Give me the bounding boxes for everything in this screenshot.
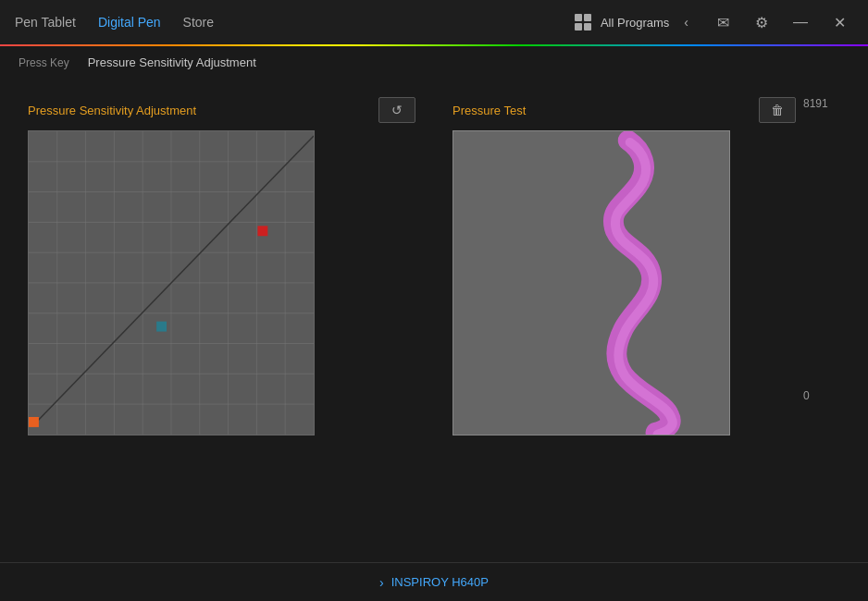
- right-panel-header: Pressure Test 🗑: [453, 97, 796, 123]
- titlebar: Pen Tablet Digital Pen Store All Program…: [0, 0, 868, 46]
- grid-icon: [575, 14, 591, 31]
- pressure-scale: 8191 0: [803, 97, 840, 402]
- settings-button[interactable]: ⚙: [748, 8, 775, 36]
- close-button[interactable]: ✕: [825, 8, 853, 36]
- footer-chevron-icon: ›: [379, 575, 384, 590]
- reset-icon: ↺: [391, 103, 403, 117]
- pressure-curve-canvas[interactable]: [28, 130, 315, 435]
- right-panel-title: Pressure Test: [453, 104, 526, 117]
- all-programs-label: All Programs: [601, 16, 669, 30]
- breadcrumb-press-key[interactable]: Press Key: [19, 56, 69, 69]
- window-controls: ✉ ⚙ — ✕: [709, 8, 853, 36]
- footer: › INSPIROY H640P: [0, 562, 868, 601]
- pressure-test-area: Pressure Test 🗑: [453, 97, 796, 435]
- control-point-teal: [156, 322, 167, 332]
- pressure-test-canvas[interactable]: [453, 130, 730, 435]
- footer-device-name[interactable]: INSPIROY H640P: [391, 575, 489, 589]
- control-point-orange: [29, 417, 39, 427]
- breadcrumb: Press Key Pressure Sensitivity Adjustmen…: [0, 46, 868, 79]
- curve-svg: [29, 131, 314, 435]
- left-panel-header: Pressure Sensitivity Adjustment ↺: [28, 97, 415, 123]
- breadcrumb-page-title: Pressure Sensitivity Adjustment: [88, 55, 256, 69]
- scale-min: 0: [803, 389, 840, 402]
- scale-max: 8191: [803, 97, 840, 110]
- reset-button[interactable]: ↺: [378, 97, 415, 123]
- nav-pen-tablet[interactable]: Pen Tablet: [15, 15, 76, 30]
- nav-store[interactable]: Store: [183, 15, 214, 30]
- main-content: Pressure Sensitivity Adjustment ↺: [0, 79, 868, 454]
- programs-chevron-button[interactable]: ‹: [678, 13, 694, 31]
- minimize-button[interactable]: —: [787, 8, 814, 36]
- clear-button[interactable]: 🗑: [759, 97, 796, 123]
- pressure-test-panel: Pressure Test 🗑 8191 0: [453, 97, 840, 435]
- nav: Pen Tablet Digital Pen Store: [15, 15, 575, 30]
- pressure-sensitivity-panel: Pressure Sensitivity Adjustment ↺: [28, 97, 415, 435]
- left-panel-title: Pressure Sensitivity Adjustment: [28, 104, 196, 117]
- nav-digital-pen[interactable]: Digital Pen: [98, 15, 161, 30]
- mail-button[interactable]: ✉: [709, 8, 737, 36]
- clear-icon: 🗑: [771, 103, 784, 117]
- programs-selector[interactable]: All Programs ‹: [575, 13, 694, 31]
- pressure-stroke-svg: [453, 131, 729, 435]
- control-point-red: [257, 226, 267, 236]
- svg-line-18: [33, 136, 314, 425]
